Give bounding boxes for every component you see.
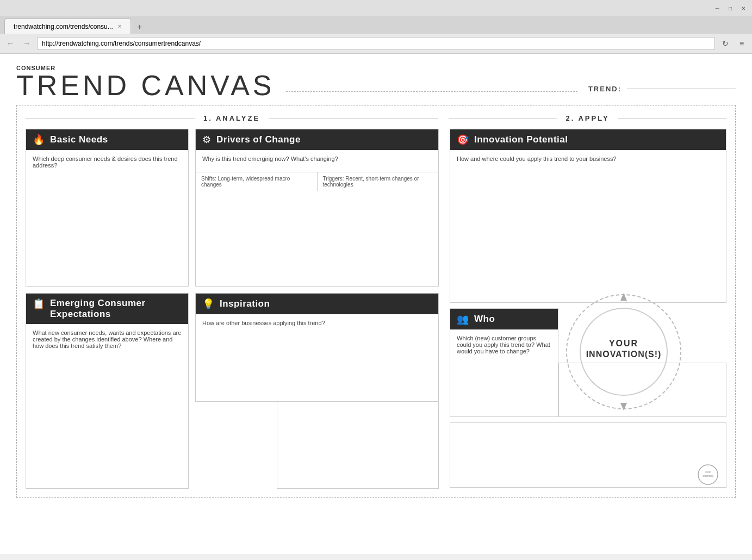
drivers-triggers-col: Triggers: Recent, short-term changes or … xyxy=(318,172,439,191)
url-input[interactable] xyxy=(37,37,715,50)
analyze-bottom-row: 📋 Emerging Consumer Expectations What ne… xyxy=(26,293,439,489)
drivers-shifts-label: Shifts: Long-term, widespread macro chan… xyxy=(201,176,312,188)
innovation-potential-body: How and where could you apply this trend… xyxy=(450,150,726,172)
title-bar-buttons: ─ □ ✕ xyxy=(713,4,748,13)
innovation-potential-icon: 🎯 xyxy=(457,134,469,146)
innovation-potential-header: 🎯 Innovation Potential xyxy=(450,129,726,150)
inspiration-header: 💡 Inspiration xyxy=(196,294,438,314)
who-title: Who xyxy=(474,314,495,325)
emerging-body: What new consumer needs, wants and expec… xyxy=(26,324,188,359)
maximize-button[interactable]: □ xyxy=(726,4,735,13)
close-button[interactable]: ✕ xyxy=(739,4,748,13)
who-header: 👥 Who xyxy=(450,309,558,329)
apply-column: 🎯 Innovation Potential How and where cou… xyxy=(450,129,726,489)
analyze-top-row: 🔥 Basic Needs Which deep consumer needs … xyxy=(26,129,439,287)
emerging-header: 📋 Emerging Consumer Expectations xyxy=(26,294,188,324)
drivers-card: ⚙ Drivers of Change Why is this trend em… xyxy=(195,129,439,287)
analyze-column: 🔥 Basic Needs Which deep consumer needs … xyxy=(26,129,439,489)
forward-button[interactable]: → xyxy=(21,38,33,49)
inspiration-icon: 💡 xyxy=(202,298,214,310)
tab-close-icon[interactable]: ✕ xyxy=(117,23,122,29)
inspiration-question: How are other businesses applying this t… xyxy=(202,320,432,326)
your-innovations-lower-box xyxy=(558,363,726,417)
apply-section-label: 2. APPLY xyxy=(557,114,618,122)
basic-needs-card: 🔥 Basic Needs Which deep consumer needs … xyxy=(26,129,189,287)
basic-needs-title: Basic Needs xyxy=(50,134,108,145)
new-tab-button[interactable]: + xyxy=(133,21,146,34)
who-card: 👥 Who Which (new) customer groups could … xyxy=(450,308,558,417)
inspiration-title: Inspiration xyxy=(220,298,270,309)
refresh-button[interactable]: ↻ xyxy=(719,38,731,49)
emerging-card: 📋 Emerging Consumer Expectations What ne… xyxy=(26,293,189,489)
your-innovations-box xyxy=(450,422,726,488)
browser-tab[interactable]: trendwatching.com/trends/consu... ✕ xyxy=(4,18,131,34)
basic-needs-body: Which deep consumer needs & desires does… xyxy=(26,150,188,178)
analyze-section-label: 1. ANALYZE xyxy=(195,114,269,122)
address-bar: ← → ↻ ≡ xyxy=(0,34,752,53)
drivers-triggers-label: Triggers: Recent, short-term changes or … xyxy=(323,176,433,188)
basic-needs-header: 🔥 Basic Needs xyxy=(26,129,188,150)
tab-label: trendwatching.com/trends/consu... xyxy=(14,23,113,30)
innovation-potential-card: 🎯 Innovation Potential How and where cou… xyxy=(450,129,726,303)
browser-chrome: ─ □ ✕ trendwatching.com/trends/consu... … xyxy=(0,0,752,54)
trend-label: TREND: xyxy=(588,85,622,93)
circle-area: YOUR INNOVATION(S!) xyxy=(558,308,726,417)
innovation-potential-question: How and where could you apply this trend… xyxy=(457,155,719,162)
right-bottom-area: 💡 Inspiration How are other businesses a… xyxy=(195,293,439,489)
who-icon: 👥 xyxy=(457,313,469,325)
drivers-split: Shifts: Long-term, widespread macro chan… xyxy=(196,172,438,191)
lower-notched-box xyxy=(277,402,439,489)
drivers-body: Why is this trend emerging now? What's c… xyxy=(196,150,438,172)
drivers-icon: ⚙ xyxy=(202,134,211,146)
inspiration-card: 💡 Inspiration How are other businesses a… xyxy=(195,293,439,402)
main-layout: 🔥 Basic Needs Which deep consumer needs … xyxy=(26,129,726,489)
minimize-button[interactable]: ─ xyxy=(713,4,722,13)
trendwatching-logo: trend watching xyxy=(697,464,719,487)
title-bar: ─ □ ✕ xyxy=(0,0,752,16)
apply-bottom: 👥 Who Which (new) customer groups could … xyxy=(450,308,726,417)
drivers-title: Drivers of Change xyxy=(216,134,301,145)
canvas-header: CONSUMER TREND CANVAS TREND: xyxy=(16,65,736,99)
inspiration-body: How are other businesses applying this t… xyxy=(196,314,438,336)
emerging-question: What new consumer needs, wants and expec… xyxy=(33,329,182,349)
basic-needs-question: Which deep consumer needs & desires does… xyxy=(33,155,182,169)
svg-text:watching: watching xyxy=(703,474,713,477)
innovation-potential-title: Innovation Potential xyxy=(474,134,568,145)
who-question: Which (new) customer groups could you ap… xyxy=(457,335,551,354)
browser-menu-button[interactable]: ≡ xyxy=(736,38,748,49)
svg-text:INNOVATION(S!): INNOVATION(S!) xyxy=(586,350,662,359)
drivers-shifts-col: Shifts: Long-term, widespread macro chan… xyxy=(196,172,318,191)
emerging-icon: 📋 xyxy=(33,298,45,310)
emerging-title: Emerging Consumer Expectations xyxy=(50,298,182,320)
drivers-header: ⚙ Drivers of Change xyxy=(196,129,438,150)
basic-needs-icon: 🔥 xyxy=(33,134,45,146)
drivers-question: Why is this trend emerging now? What's c… xyxy=(202,155,432,162)
svg-text:trend: trend xyxy=(705,470,711,474)
canvas-title: TREND CANVAS xyxy=(16,71,275,99)
svg-text:YOUR: YOUR xyxy=(609,339,638,348)
canvas-container: 1. ANALYZE 2. APPLY xyxy=(16,105,736,498)
back-button[interactable]: ← xyxy=(4,38,16,49)
page-content: CONSUMER TREND CANVAS TREND: 1. ANALYZE … xyxy=(0,54,752,554)
who-body: Which (new) customer groups could you ap… xyxy=(450,329,558,364)
tab-bar: trendwatching.com/trends/consu... ✕ + xyxy=(0,16,752,34)
